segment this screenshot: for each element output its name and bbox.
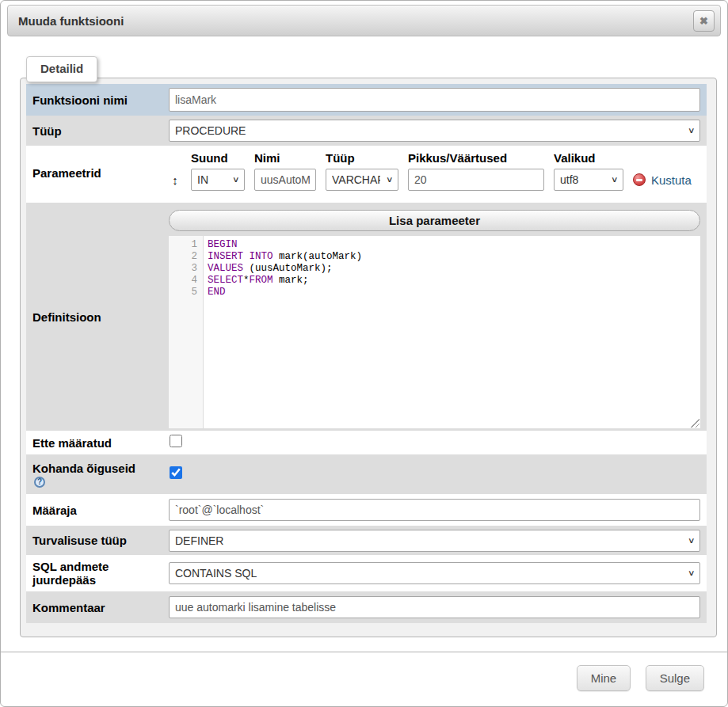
edit-function-dialog: Muuda funktsiooni ✖ Detailid Funktsiooni…	[0, 0, 728, 707]
security-type-select[interactable]: DEFINER	[169, 530, 700, 552]
row-definer: Määraja	[26, 494, 707, 526]
function-name-label: Funktsiooni nimi	[26, 93, 169, 107]
parameter-headers: Suund Nimi Tüüp Pikkus/Väärtused Valikud	[169, 151, 700, 165]
param-header-options: Valikud	[554, 151, 623, 165]
close-icon[interactable]: ✖	[693, 10, 715, 32]
row-parameters: Parameetrid Suund Nimi Tüüp Pikkus/Väärt…	[26, 146, 707, 203]
dialog-titlebar[interactable]: Muuda funktsiooni ✖	[7, 5, 721, 36]
row-sql-data-access: SQL andmete juurdepääs CONTAINS SQL ∨	[26, 555, 707, 591]
row-type: Tüüp PROCEDURE ∨	[26, 116, 707, 146]
deterministic-label: Ette määratud	[26, 436, 169, 450]
details-fieldset: Funktsiooni nimi Tüüp PROCEDURE ∨	[20, 78, 717, 637]
deterministic-checkbox[interactable]	[170, 435, 182, 447]
row-comment: Kommentaar	[26, 591, 707, 623]
comment-label: Kommentaar	[26, 601, 169, 614]
close-button[interactable]: Sulge	[646, 665, 704, 691]
param-header-name: Nimi	[254, 151, 316, 165]
dialog-content: Detailid Funktsiooni nimi Tüüp PROCEDURE	[1, 36, 727, 637]
function-name-input[interactable]	[169, 88, 700, 112]
comment-input[interactable]	[169, 596, 700, 618]
dialog-footer: Mine Sulge	[1, 652, 727, 691]
row-function-name: Funktsiooni nimi	[26, 84, 707, 116]
tab-details[interactable]: Detailid	[26, 56, 97, 82]
param-header-type: Tüüp	[326, 151, 398, 165]
delete-param-icon[interactable]	[633, 173, 646, 186]
row-security-type: Turvalisuse tüüp DEFINER ∨	[26, 526, 707, 555]
definition-label: Definitsioon	[26, 310, 169, 324]
parameter-row: ↕ IN ∨ VARCHAR ∨	[169, 169, 700, 191]
param-options-select[interactable]: utf8	[554, 169, 623, 191]
param-direction-select[interactable]: IN	[191, 169, 245, 191]
param-header-length: Pikkus/Väärtused	[408, 151, 544, 165]
security-type-label: Turvalisuse tüüp	[26, 534, 169, 547]
param-type-select[interactable]: VARCHAR	[326, 169, 398, 191]
parameters-label: Parameetrid	[26, 146, 169, 180]
adjust-privileges-checkbox[interactable]	[170, 466, 182, 479]
delete-param-link[interactable]: Kustuta	[651, 173, 692, 187]
editor-code[interactable]: BEGININSERT INTO mark(autoMark)VALUES (u…	[204, 236, 700, 428]
sql-data-access-select[interactable]: CONTAINS SQL	[169, 562, 700, 584]
row-definition: Definitsioon Lisa parameeter 12345 BEGIN…	[26, 203, 707, 431]
definer-input[interactable]	[169, 499, 700, 521]
row-adjust-privileges: Kohanda õiguseid ?	[26, 454, 707, 494]
param-length-input[interactable]	[408, 169, 544, 191]
adjust-privileges-label: Kohanda õiguseid	[32, 462, 135, 475]
editor-line-numbers: 12345	[169, 236, 204, 428]
type-label: Tüüp	[26, 124, 169, 138]
help-icon[interactable]: ?	[34, 477, 45, 488]
dialog-title: Muuda funktsiooni	[18, 14, 124, 28]
drag-handle-icon[interactable]: ↕	[169, 173, 181, 187]
param-name-input[interactable]	[254, 169, 316, 191]
add-parameter-button[interactable]: Lisa parameeter	[169, 210, 700, 231]
type-select[interactable]: PROCEDURE	[169, 120, 700, 142]
definer-label: Määraja	[26, 504, 169, 517]
param-header-direction: Suund	[191, 151, 245, 165]
definition-editor[interactable]: 12345 BEGININSERT INTO mark(autoMark)VAL…	[169, 236, 700, 428]
sql-data-access-label: SQL andmete juurdepääs	[26, 560, 169, 587]
row-deterministic: Ette määratud	[26, 431, 707, 454]
go-button[interactable]: Mine	[577, 665, 631, 691]
